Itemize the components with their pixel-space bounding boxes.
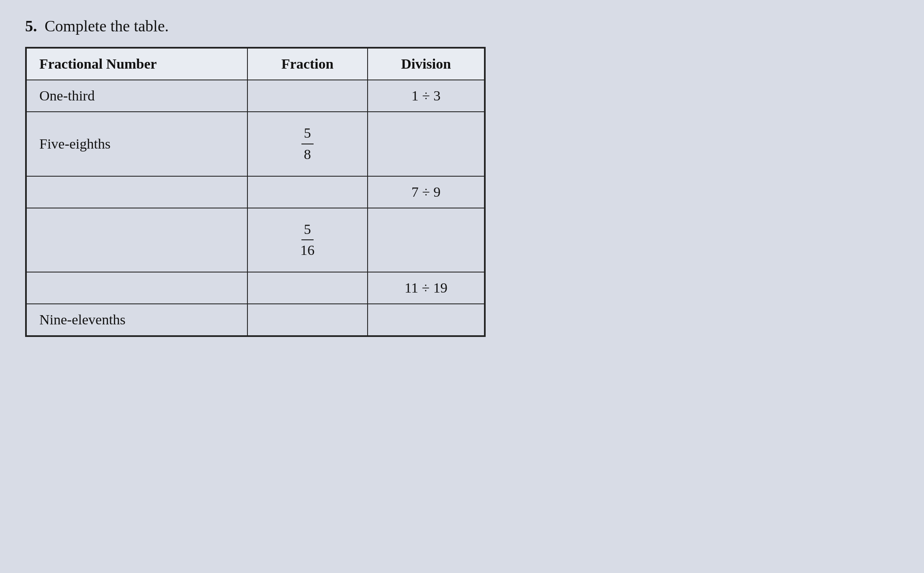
table-row: Five-eighths 5 8 — [26, 112, 484, 176]
main-table: Fractional Number Fraction Division One-… — [26, 48, 485, 336]
table-row: One-third 1 ÷ 3 — [26, 80, 484, 112]
fraction-5-8: 5 8 — [301, 125, 314, 163]
cell-fraction-2: 5 8 — [247, 112, 368, 176]
page-content: 5. Complete the table. Fractional Number… — [25, 17, 486, 339]
cell-fractional-number-6: Nine-elevenths — [26, 304, 247, 336]
cell-division-6 — [368, 304, 484, 336]
cell-division-3: 7 ÷ 9 — [368, 176, 484, 208]
cell-fraction-1 — [247, 80, 368, 112]
fraction-5-16: 5 16 — [298, 221, 317, 260]
fraction-numerator: 5 — [301, 125, 314, 144]
question-header: 5. Complete the table. — [25, 17, 486, 35]
col-header-division: Division — [368, 48, 484, 80]
cell-division-1: 1 ÷ 3 — [368, 80, 484, 112]
fraction-numerator: 5 — [301, 221, 314, 241]
cell-division-4 — [368, 208, 484, 272]
col-header-fraction: Fraction — [247, 48, 368, 80]
cell-division-5: 11 ÷ 19 — [368, 272, 484, 304]
header-row: Fractional Number Fraction Division — [26, 48, 484, 80]
cell-fractional-number-2: Five-eighths — [26, 112, 247, 176]
table-row: 7 ÷ 9 — [26, 176, 484, 208]
cell-fraction-4: 5 16 — [247, 208, 368, 272]
question-number: 5. — [25, 17, 37, 35]
fraction-denominator: 8 — [301, 144, 314, 163]
cell-fractional-number-4 — [26, 208, 247, 272]
fraction-denominator: 16 — [298, 240, 317, 259]
cell-fraction-6 — [247, 304, 368, 336]
question-text: Complete the table. — [45, 17, 169, 35]
table-wrapper: Fractional Number Fraction Division One-… — [25, 47, 486, 337]
table-row: 5 16 — [26, 208, 484, 272]
cell-fraction-3 — [247, 176, 368, 208]
col-header-fractional-number: Fractional Number — [26, 48, 247, 80]
cell-fraction-5 — [247, 272, 368, 304]
cell-division-2 — [368, 112, 484, 176]
table-row: Nine-elevenths — [26, 304, 484, 336]
table-row: 11 ÷ 19 — [26, 272, 484, 304]
cell-fractional-number-3 — [26, 176, 247, 208]
cell-fractional-number-5 — [26, 272, 247, 304]
cell-fractional-number-1: One-third — [26, 80, 247, 112]
